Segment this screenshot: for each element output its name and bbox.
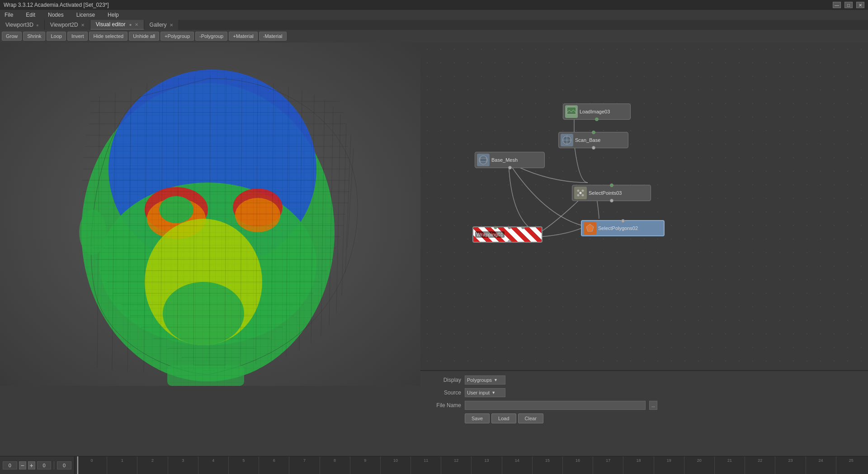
remove-polygroup-button[interactable]: -Polygroup xyxy=(195,32,227,41)
node-loadimage03-icon xyxy=(565,105,578,118)
node-base-mesh-icon xyxy=(477,154,490,166)
node-wrapping01-in2[interactable] xyxy=(508,226,511,229)
timeline-mark: 25 xyxy=(836,456,866,474)
timeline-minus-button[interactable]: − xyxy=(19,461,26,469)
node-loadimage03-out[interactable] xyxy=(595,117,599,121)
filename-browse-button[interactable]: ... xyxy=(649,401,657,410)
unhide-all-button[interactable]: Unhide all xyxy=(129,32,159,41)
close-button[interactable]: ✕ xyxy=(856,2,864,8)
svg-point-85 xyxy=(577,194,580,197)
tab-bar: Viewport3D ● Viewport2D ✕ Visual editor … xyxy=(0,20,868,30)
shrink-button[interactable]: Shrink xyxy=(23,32,45,41)
display-row: Display Polygroups ▼ xyxy=(429,375,859,385)
viewport-3d[interactable] xyxy=(0,42,420,386)
node-base-mesh-out[interactable] xyxy=(508,166,512,169)
timeline-controls: 0 − + 0 0 xyxy=(0,456,75,474)
loop-button[interactable]: Loop xyxy=(47,32,66,41)
node-wrapping01[interactable]: Wrapping01 xyxy=(472,226,542,243)
node-selectpolygons02-in[interactable] xyxy=(621,219,625,223)
grow-button[interactable]: Grow xyxy=(2,32,22,41)
load-button[interactable]: Load xyxy=(491,413,516,423)
node-selectpoints03-out[interactable] xyxy=(610,199,613,202)
menu-edit[interactable]: Edit xyxy=(23,11,38,19)
timeline-current[interactable]: 0 xyxy=(37,461,52,469)
tab-viewport2d-close[interactable]: ✕ xyxy=(81,23,85,28)
node-scan-base-in[interactable] xyxy=(592,131,595,134)
timeline-mark: 23 xyxy=(775,456,805,474)
node-loadimage03-label: LoadImage03 xyxy=(580,109,610,114)
source-dropdown[interactable]: User input ▼ xyxy=(465,388,505,397)
timeline-ruler[interactable]: 0123456789101112131415161718192021222324… xyxy=(75,456,868,474)
node-loadimage03[interactable]: LoadImage03 xyxy=(563,103,631,120)
node-selectpolygons02-icon xyxy=(584,222,596,235)
timeline-marks: 0123456789101112131415161718192021222324… xyxy=(75,456,868,474)
display-dropdown[interactable]: Polygroups ▼ xyxy=(465,375,505,385)
remove-material-button[interactable]: -Material xyxy=(259,32,287,41)
timeline-mark: 21 xyxy=(714,456,745,474)
node-selectpoints03-label: SelectPoints03 xyxy=(589,190,622,196)
source-row: Source User input ▼ xyxy=(429,388,859,397)
source-dropdown-arrow: ▼ xyxy=(491,390,495,395)
invert-button[interactable]: Invert xyxy=(67,32,88,41)
node-selectpoints03-in[interactable] xyxy=(610,183,613,187)
node-wrapping01-in3[interactable] xyxy=(521,226,525,229)
menu-file[interactable]: File xyxy=(2,11,16,19)
node-wrapping01-in[interactable] xyxy=(494,226,497,229)
source-label: Source xyxy=(429,390,461,396)
tab-gallery-close[interactable]: ✕ xyxy=(170,23,173,28)
tab-gallery-label: Gallery xyxy=(150,22,167,28)
node-connections xyxy=(420,42,868,370)
tab-gallery[interactable]: Gallery ✕ xyxy=(144,20,179,30)
svg-rect-75 xyxy=(167,366,244,386)
tab-visual-editor[interactable]: Visual editor ● ✕ xyxy=(90,20,144,30)
node-wrapping01-out[interactable] xyxy=(508,240,511,243)
svg-point-86 xyxy=(582,194,584,197)
timeline: 0 − + 0 0 012345678910111213141516171819… xyxy=(0,456,868,474)
svg-marker-88 xyxy=(586,224,594,231)
timeline-mark: 9 xyxy=(350,456,380,474)
svg-point-22 xyxy=(159,196,193,223)
add-material-button[interactable]: +Material xyxy=(229,32,258,41)
maximize-button[interactable]: □ xyxy=(844,2,853,8)
node-selectpolygons02[interactable]: SelectPolygons02 xyxy=(581,220,665,236)
timeline-plus-button[interactable]: + xyxy=(28,461,35,469)
mesh-icon2 xyxy=(478,155,489,165)
main-layout: LoadImage03 Scan_Base xyxy=(0,42,868,429)
timeline-mark: 14 xyxy=(502,456,532,474)
save-button[interactable]: Save xyxy=(465,413,490,423)
toolbar: Grow Shrink Loop Invert Hide selected Un… xyxy=(0,30,420,42)
hide-selected-button[interactable]: Hide selected xyxy=(89,32,127,41)
menu-help[interactable]: Help xyxy=(105,11,122,19)
timeline-mark: 3 xyxy=(168,456,198,474)
menu-nodes[interactable]: Nodes xyxy=(45,11,66,19)
title-bar-controls: — □ ✕ xyxy=(833,2,864,8)
filename-label: File Name xyxy=(429,402,461,408)
node-base-mesh[interactable]: Base_Mesh xyxy=(475,152,545,168)
clear-button[interactable]: Clear xyxy=(518,413,543,423)
node-scan-base[interactable]: Scan_Base xyxy=(558,132,628,148)
tab-viewport2d-label: Viewport2D xyxy=(50,22,78,28)
timeline-mark: 6 xyxy=(259,456,289,474)
tab-visual-editor-close[interactable]: ✕ xyxy=(135,22,138,27)
node-scan-base-out[interactable] xyxy=(592,146,595,150)
filename-input[interactable] xyxy=(465,401,646,410)
minimize-button[interactable]: — xyxy=(833,2,841,8)
menu-license[interactable]: License xyxy=(74,11,98,19)
node-editor-bg xyxy=(420,42,868,370)
timeline-mark: 16 xyxy=(562,456,593,474)
tab-viewport2d[interactable]: Viewport2D ✕ xyxy=(45,20,90,30)
tab-visual-editor-label: Visual editor xyxy=(96,21,126,28)
node-editor[interactable]: LoadImage03 Scan_Base xyxy=(420,42,868,370)
timeline-mark: 24 xyxy=(806,456,836,474)
tab-viewport3d[interactable]: Viewport3D ● xyxy=(0,20,45,30)
timeline-mark: 19 xyxy=(654,456,684,474)
timeline-mark: 5 xyxy=(228,456,259,474)
node-selectpoints03[interactable]: SelectPoints03 xyxy=(572,185,651,201)
timeline-mark: 4 xyxy=(198,456,228,474)
timeline-mark: 18 xyxy=(623,456,653,474)
svg-point-26 xyxy=(163,282,244,345)
add-polygroup-button[interactable]: +Polygroup xyxy=(160,32,194,41)
filename-row: File Name ... xyxy=(429,401,859,410)
node-base-mesh-label: Base_Mesh xyxy=(491,157,518,163)
menu-bar: File Edit Nodes License Help xyxy=(0,10,868,20)
